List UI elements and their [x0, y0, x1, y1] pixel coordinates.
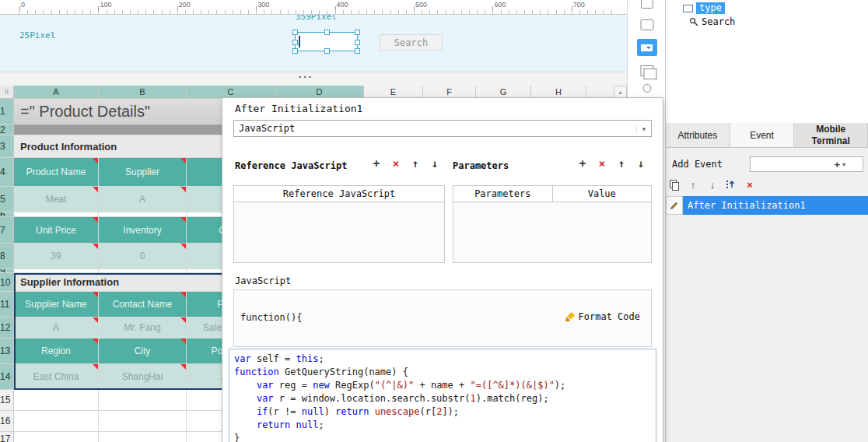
- sheet-cell[interactable]: Meat: [14, 187, 99, 212]
- sheet-cell[interactable]: A: [99, 187, 187, 212]
- sheet-cell[interactable]: Mr. Fang: [99, 317, 187, 339]
- row-header-4[interactable]: 4: [0, 158, 14, 187]
- sheet-cell[interactable]: ShangHai: [99, 364, 187, 390]
- row-header-1[interactable]: 1: [0, 99, 14, 125]
- row-header-15[interactable]: 15: [0, 390, 14, 411]
- code-line: var r = window.location.search.substr(1)…: [234, 392, 651, 405]
- sheet-cell[interactable]: A: [14, 317, 99, 339]
- sheet-cell[interactable]: Unit Price: [14, 217, 99, 244]
- code-line: return null;: [234, 419, 651, 432]
- sheet-cell[interactable]: [14, 411, 99, 432]
- sheet-cell[interactable]: [14, 432, 99, 442]
- tree-item-search[interactable]: Search: [689, 16, 735, 27]
- row-header-17[interactable]: 17: [0, 432, 14, 442]
- event-list-toolbar: ↑ ↓ ×: [670, 177, 756, 193]
- sheet-cell[interactable]: [14, 390, 99, 411]
- resize-handle[interactable]: [292, 40, 298, 45]
- row-header-13[interactable]: 13: [0, 339, 14, 364]
- resize-handle[interactable]: [292, 48, 298, 54]
- sheet-cell[interactable]: [99, 411, 187, 432]
- delete-icon[interactable]: ×: [596, 156, 608, 171]
- row-header-7[interactable]: 7: [0, 217, 14, 244]
- row-header-14[interactable]: 14: [0, 364, 14, 390]
- parameters-toolbar: + × ↑ ↓: [576, 156, 647, 171]
- move-up-icon[interactable]: ↑: [615, 156, 628, 171]
- tree-item-type[interactable]: type: [683, 2, 725, 14]
- canvas-splitter[interactable]: ···: [0, 72, 627, 86]
- sheet-cell[interactable]: Supplier: [99, 158, 187, 187]
- move-down-icon[interactable]: ↓: [429, 156, 441, 171]
- delete-icon[interactable]: ×: [390, 156, 402, 171]
- tab-event[interactable]: Event: [730, 123, 795, 148]
- drag-handle-icon[interactable]: ⠿: [0, 86, 14, 99]
- row-header-3[interactable]: 3: [0, 135, 14, 158]
- sheet-cell[interactable]: Supplier Name: [14, 292, 99, 317]
- delete-icon[interactable]: ×: [744, 177, 756, 193]
- row-header-8[interactable]: 8: [0, 244, 14, 269]
- resize-handle[interactable]: [324, 48, 330, 54]
- code-editor[interactable]: var self = this;function GetQueryString(…: [229, 349, 656, 442]
- sheet-cell[interactable]: 0: [99, 244, 187, 269]
- reference-js-label: Reference JavaScript: [235, 160, 348, 171]
- text-input-widget[interactable]: [295, 32, 358, 51]
- column-header-B[interactable]: B: [99, 86, 187, 99]
- textfield-widget-icon-selected[interactable]: [637, 39, 657, 56]
- move-down-icon[interactable]: ↓: [635, 156, 647, 171]
- textfield-icon: [683, 5, 693, 12]
- layers-icon[interactable]: [640, 65, 653, 76]
- row-header-12[interactable]: 12: [0, 317, 14, 339]
- row-header-5[interactable]: 5: [0, 187, 14, 212]
- row-header-2[interactable]: 2: [0, 125, 14, 135]
- tab-mobile-terminal[interactable]: Mobile Terminal: [794, 123, 868, 148]
- search-button[interactable]: Search: [380, 34, 443, 51]
- formula-marker-icon: [180, 158, 186, 163]
- row-header-11[interactable]: 11: [0, 292, 14, 317]
- radio-widget-icon[interactable]: [642, 84, 651, 93]
- sheet-cell[interactable]: [99, 432, 187, 442]
- row-header-16[interactable]: 16: [0, 411, 14, 432]
- add-icon[interactable]: +: [370, 156, 383, 171]
- reference-js-table[interactable]: Reference JavaScript: [233, 185, 445, 263]
- format-code-button[interactable]: Format Code: [560, 310, 645, 323]
- chevron-down-icon: ▾: [842, 161, 845, 168]
- move-up-icon[interactable]: ↑: [409, 156, 422, 171]
- code-line: var self = this;: [234, 353, 651, 366]
- right-panel: type Search Attributes Event Mobile Term…: [665, 0, 868, 442]
- tab-attributes[interactable]: Attributes: [666, 123, 730, 148]
- row-header-10[interactable]: 10: [0, 273, 14, 292]
- column-header-A[interactable]: A: [14, 86, 99, 99]
- add-icon[interactable]: +: [576, 156, 589, 171]
- move-up-icon[interactable]: ↑: [687, 177, 699, 193]
- chevron-down-icon: ▾: [636, 125, 651, 133]
- sheet-cell[interactable]: Product Name: [14, 158, 99, 187]
- add-event-label: Add Event: [672, 159, 723, 170]
- parameters-table[interactable]: Parameters Value: [453, 185, 652, 263]
- formula-marker-icon: [93, 217, 98, 223]
- sheet-cell[interactable]: Region: [14, 339, 99, 364]
- sheet-cell[interactable]: Contact Name: [99, 292, 187, 317]
- edit-event-cell[interactable]: [666, 196, 683, 215]
- resize-handle[interactable]: [355, 40, 360, 45]
- sheet-cell[interactable]: 39: [14, 244, 99, 269]
- sheet-cell[interactable]: Inventory: [99, 217, 187, 244]
- copy-icon[interactable]: [670, 180, 680, 191]
- sort-icon[interactable]: [726, 180, 737, 191]
- sheet-cell[interactable]: [99, 390, 187, 411]
- script-language-select[interactable]: JavaScript ▾: [233, 120, 652, 137]
- resize-handle[interactable]: [355, 30, 360, 35]
- clipboard-icon[interactable]: [641, 0, 653, 9]
- sheet-cell[interactable]: City: [99, 339, 187, 364]
- resize-handle[interactable]: [292, 30, 298, 35]
- sheet-cell[interactable]: East China: [14, 364, 99, 390]
- button-widget-icon[interactable]: [640, 19, 653, 30]
- ruler-mark-label: 500: [414, 1, 427, 9]
- move-down-icon[interactable]: ↓: [706, 177, 719, 193]
- formula-marker-icon: [93, 364, 98, 370]
- add-event-dropdown[interactable]: + ▾: [750, 156, 863, 172]
- resize-handle[interactable]: [324, 30, 330, 35]
- form-canvas[interactable]: 25Pixel 359Pixel Search: [0, 15, 627, 72]
- event-list-item-selected[interactable]: After Initialization1: [683, 196, 868, 215]
- resize-handle[interactable]: [355, 48, 360, 54]
- event-editor-dialog: After Initialization1 JavaScript ▾ Refer…: [222, 97, 663, 442]
- ruler-tick: [177, 6, 178, 14]
